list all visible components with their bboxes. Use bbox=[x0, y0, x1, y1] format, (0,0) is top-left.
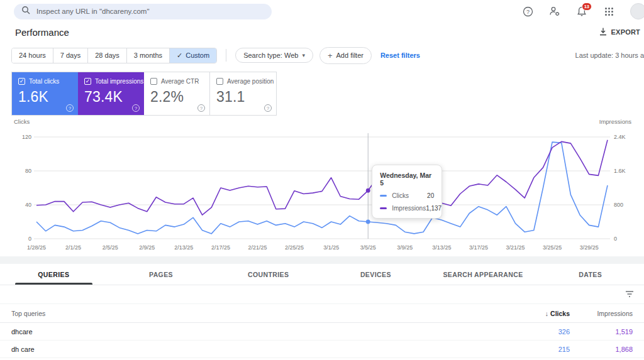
metric-label: Total impressions bbox=[95, 78, 143, 85]
svg-text:3/25/25: 3/25/25 bbox=[543, 244, 562, 251]
range-chip-label: Custom bbox=[186, 52, 209, 59]
metric-cards: ✓Total clicks 1.6K ? ✓Total impressions … bbox=[11, 72, 277, 116]
clicks-column-header[interactable]: ↓Clicks bbox=[501, 310, 570, 317]
svg-text:2/1/25: 2/1/25 bbox=[65, 244, 81, 251]
search-console-performance-page: ? 13 Performance EXPORT 24 hours7 day bbox=[0, 0, 644, 360]
range-chip-7-days[interactable]: 7 days bbox=[53, 48, 88, 63]
help-icon[interactable]: ? bbox=[132, 104, 140, 112]
add-filter-label: Add filter bbox=[336, 52, 364, 59]
tooltip-series-label: Clicks bbox=[392, 192, 409, 199]
topbar-icons: ? 13 bbox=[522, 3, 635, 19]
account-avatar[interactable] bbox=[630, 3, 644, 19]
table-header: Top queries ↓Clicks Impressions bbox=[0, 304, 644, 323]
notifications-bell-icon[interactable]: 13 bbox=[576, 6, 587, 17]
total-impressions-card[interactable]: ✓Total impressions 73.4K ? bbox=[78, 72, 144, 115]
check-icon: ✓ bbox=[177, 52, 182, 60]
sort-descending-icon: ↓ bbox=[545, 310, 548, 317]
tab-countries[interactable]: COUNTRIES bbox=[214, 264, 322, 285]
impressions-column-header[interactable]: Impressions bbox=[570, 310, 633, 317]
range-chip-label: 28 days bbox=[95, 52, 119, 59]
table-row[interactable]: dh care2151,868 bbox=[0, 341, 644, 358]
title-row: Performance EXPORT bbox=[0, 19, 644, 45]
export-label: EXPORT bbox=[611, 28, 640, 36]
chevron-down-icon: ▾ bbox=[302, 52, 305, 58]
search-icon bbox=[21, 6, 30, 17]
checkbox-icon[interactable] bbox=[150, 78, 157, 85]
checkbox-icon[interactable] bbox=[216, 78, 223, 85]
svg-text:2/21/25: 2/21/25 bbox=[248, 244, 267, 251]
dimension-tabs: QUERIESPAGESCOUNTRIESDEVICESSEARCH APPEA… bbox=[0, 264, 644, 285]
svg-text:?: ? bbox=[526, 9, 529, 15]
topbar: ? 13 bbox=[0, 0, 644, 19]
metric-value: 2.2% bbox=[150, 89, 203, 106]
tooltip-series-value: 20 bbox=[427, 192, 434, 199]
search-type-filter[interactable]: Search type: Web ▾ bbox=[235, 48, 313, 63]
apps-grid-icon[interactable] bbox=[603, 6, 614, 17]
help-icon[interactable]: ? bbox=[197, 104, 205, 112]
range-chip-28-days[interactable]: 28 days bbox=[88, 48, 127, 63]
query-cell: dhcare bbox=[11, 328, 501, 335]
date-range-chips: 24 hours7 days28 days3 months✓Custom bbox=[11, 48, 217, 63]
total-clicks-card[interactable]: ✓Total clicks 1.6K ? bbox=[12, 72, 78, 115]
range-chip-3-months[interactable]: 3 months bbox=[127, 48, 170, 63]
metric-label: Average CTR bbox=[161, 78, 199, 85]
svg-text:3/17/25: 3/17/25 bbox=[469, 244, 488, 251]
tab-search-appearance[interactable]: SEARCH APPEARANCE bbox=[430, 264, 537, 285]
average-ctr-card[interactable]: Average CTR 2.2% ? bbox=[144, 72, 210, 115]
svg-text:0: 0 bbox=[28, 236, 31, 242]
download-icon bbox=[599, 28, 607, 37]
clicks-cell: 326 bbox=[501, 328, 570, 335]
search-input[interactable] bbox=[36, 8, 264, 15]
svg-text:40: 40 bbox=[25, 202, 31, 208]
section-divider bbox=[0, 256, 644, 264]
range-chip-24-hours[interactable]: 24 hours bbox=[12, 48, 53, 63]
page-title: Performance bbox=[15, 27, 69, 38]
metric-value: 31.1 bbox=[216, 89, 270, 106]
reset-filters-link[interactable]: Reset filters bbox=[380, 52, 420, 59]
tab-queries[interactable]: QUERIES bbox=[0, 264, 108, 285]
range-chip-label: 3 months bbox=[134, 52, 162, 59]
clicks-header-label: Clicks bbox=[550, 310, 570, 317]
metric-label: Total clicks bbox=[29, 78, 59, 85]
clicks-cell: 215 bbox=[501, 346, 570, 353]
help-icon[interactable]: ? bbox=[66, 104, 74, 112]
line-chart[interactable]: 1202.4K801.6K40800001/28/252/1/252/5/252… bbox=[11, 127, 633, 253]
average-position-card[interactable]: Average position 31.1 ? bbox=[210, 72, 276, 115]
add-filter-button[interactable]: + Add filter bbox=[319, 47, 372, 64]
axis-titles: Clicks Impressions bbox=[11, 118, 633, 127]
search-type-label: Search type: Web bbox=[243, 52, 298, 59]
svg-text:800: 800 bbox=[614, 202, 623, 208]
range-chip-label: 7 days bbox=[60, 52, 80, 59]
metric-label: Average position bbox=[227, 78, 274, 85]
dimensions-table-card: QUERIESPAGESCOUNTRIESDEVICESSEARCH APPEA… bbox=[0, 264, 644, 358]
tab-dates[interactable]: DATES bbox=[536, 264, 644, 285]
table-row[interactable]: dhcare3261,519 bbox=[0, 323, 644, 341]
notification-badge: 13 bbox=[582, 3, 592, 11]
user-settings-icon[interactable] bbox=[549, 6, 560, 17]
svg-text:2/5/25: 2/5/25 bbox=[103, 244, 118, 251]
checkbox-icon[interactable]: ✓ bbox=[84, 78, 91, 85]
range-chip-custom[interactable]: ✓Custom bbox=[170, 48, 216, 63]
performance-chart: Clicks Impressions 1202.4K801.6K40800001… bbox=[0, 118, 644, 253]
tooltip-title: Wednesday, Mar 5 bbox=[380, 172, 434, 187]
export-button[interactable]: EXPORT bbox=[599, 28, 640, 37]
url-inspect-search-bar[interactable] bbox=[14, 4, 272, 19]
help-icon[interactable]: ? bbox=[264, 104, 272, 112]
tab-devices[interactable]: DEVICES bbox=[322, 264, 430, 285]
tab-pages[interactable]: PAGES bbox=[108, 264, 215, 285]
help-icon[interactable]: ? bbox=[522, 6, 533, 17]
filter-row: 24 hours7 days28 days3 months✓Custom Sea… bbox=[0, 45, 644, 65]
tooltip-series-label: Impressions bbox=[392, 205, 426, 212]
filter-list-icon[interactable] bbox=[625, 289, 634, 300]
svg-text:3/9/25: 3/9/25 bbox=[397, 244, 413, 251]
tooltip-row-clicks: Clicks 20 bbox=[380, 192, 434, 199]
svg-text:2.4K: 2.4K bbox=[614, 134, 626, 140]
divider bbox=[226, 49, 226, 62]
table-body: dhcare3261,519dh care2151,868 bbox=[0, 323, 644, 358]
svg-text:3/29/25: 3/29/25 bbox=[580, 244, 599, 251]
checkbox-icon[interactable]: ✓ bbox=[18, 78, 25, 85]
svg-text:3/21/25: 3/21/25 bbox=[506, 244, 525, 251]
svg-text:3/1/25: 3/1/25 bbox=[323, 244, 339, 251]
last-update-text: Last update: 3 hours a bbox=[575, 52, 644, 59]
top-queries-header[interactable]: Top queries bbox=[11, 310, 501, 317]
